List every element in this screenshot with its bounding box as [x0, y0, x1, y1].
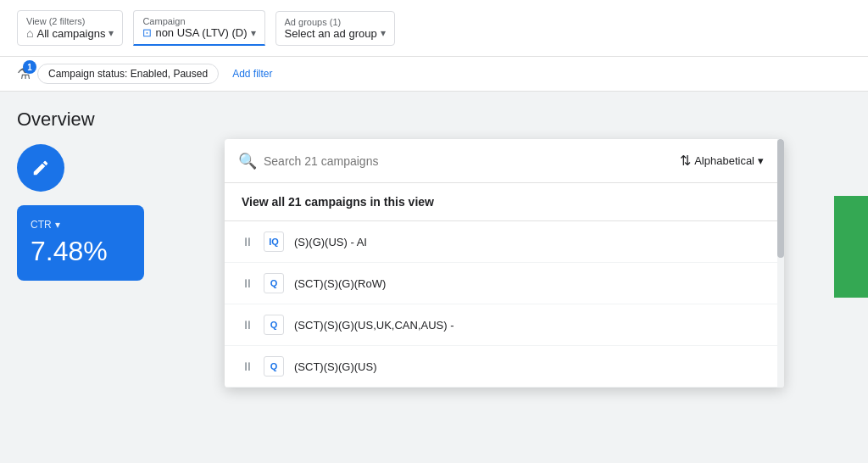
view-dropdown[interactable]: View (2 filters) ⌂ All campaigns ▾ — [17, 10, 123, 46]
adgroups-value: Select an ad group ▾ — [285, 27, 386, 40]
sort-button[interactable]: ⇅ Alphabetical ▾ — [673, 149, 771, 172]
campaign-type-icon: IQ — [264, 232, 284, 252]
filter-badge: 1 — [23, 60, 36, 74]
search-input[interactable] — [264, 154, 666, 168]
chevron-down-icon-3: ▾ — [381, 27, 386, 39]
list-item[interactable]: ⏸ Q (SCT)(S)(G)(RoW) — [225, 263, 784, 304]
list-item[interactable]: ⏸ Q (SCT)(S)(G)(US,UK,CAN,AUS) - — [225, 304, 784, 346]
campaign-type-icon: Q — [264, 315, 284, 335]
campaign-list: ⏸ IQ (S)(G)(US) - AI ⏸ Q (SCT)(S)(G)(RoW… — [225, 221, 784, 388]
view-all-label: View all 21 campaigns in this view — [242, 195, 434, 209]
pause-icon: ⏸ — [242, 360, 253, 373]
add-filter-button[interactable]: Add filter — [225, 64, 279, 83]
chevron-down-icon-sort: ▾ — [758, 154, 764, 167]
sort-label: Alphabetical — [694, 154, 754, 167]
dropdown-search-bar: 🔍 ⇅ Alphabetical ▾ — [225, 139, 784, 183]
view-value: ⌂ All campaigns ▾ — [26, 26, 114, 40]
pause-icon: ⏸ — [242, 235, 253, 248]
top-bar: View (2 filters) ⌂ All campaigns ▾ Campa… — [0, 0, 868, 57]
filter-chip-label: Campaign status: Enabled, Paused — [48, 68, 208, 80]
campaign-label: Campaign — [142, 16, 255, 26]
campaign-value: ⊡ non USA (LTV) (D) ▾ — [142, 26, 255, 39]
overview-title: Overview — [17, 109, 203, 131]
view-label: View (2 filters) — [26, 16, 114, 26]
campaign-dropdown-panel: 🔍 ⇅ Alphabetical ▾ View all 21 campaigns… — [225, 139, 784, 388]
campaign-name: (S)(G)(US) - AI — [294, 236, 367, 248]
pause-icon: ⏸ — [242, 276, 253, 290]
campaign-name: (SCT)(S)(G)(US,UK,CAN,AUS) - — [294, 319, 454, 332]
home-icon: ⌂ — [26, 26, 33, 40]
campaign-type-icon: Q — [264, 356, 284, 377]
adgroups-label: Ad groups (1) — [285, 17, 386, 27]
search-type-icon: ⊡ — [142, 26, 152, 39]
pause-icon: ⏸ — [242, 318, 253, 332]
filter-bar: ⚗ 1 Campaign status: Enabled, Paused Add… — [0, 57, 868, 92]
chevron-down-icon: ▾ — [108, 27, 114, 39]
chevron-down-icon-ctr: ▾ — [55, 219, 60, 231]
campaign-name: (SCT)(S)(G)(US) — [294, 360, 376, 373]
ctr-card: CTR ▾ 7.48% — [17, 205, 144, 281]
filter-chip[interactable]: Campaign status: Enabled, Paused — [37, 64, 219, 84]
green-bar-chart — [834, 196, 868, 298]
pencil-icon — [31, 159, 50, 177]
sort-icon: ⇅ — [680, 153, 691, 169]
chevron-down-icon-2: ▾ — [251, 27, 256, 39]
ctr-value: 7.48% — [31, 236, 131, 267]
list-item[interactable]: ⏸ Q (SCT)(S)(G)(US) — [225, 346, 784, 388]
ctr-label: CTR ▾ — [31, 219, 131, 231]
search-left: 🔍 — [238, 152, 666, 170]
campaign-name: (SCT)(S)(G)(RoW) — [294, 277, 386, 290]
adgroups-dropdown[interactable]: Ad groups (1) Select an ad group ▾ — [275, 11, 395, 46]
filter-icon-wrap[interactable]: ⚗ 1 — [17, 64, 31, 83]
view-all-row[interactable]: View all 21 campaigns in this view — [225, 183, 784, 221]
campaign-dropdown[interactable]: Campaign ⊡ non USA (LTV) (D) ▾ — [133, 10, 264, 46]
scrollbar-track[interactable] — [777, 139, 784, 388]
scrollbar-thumb — [777, 139, 784, 258]
list-item[interactable]: ⏸ IQ (S)(G)(US) - AI — [225, 221, 784, 263]
main-area: Overview CTR ▾ 7.48% 🔍 ⇅ Alphabetical — [0, 92, 868, 298]
search-icon: 🔍 — [238, 152, 257, 170]
left-panel: Overview CTR ▾ 7.48% — [17, 109, 203, 281]
campaign-type-icon: Q — [264, 273, 284, 293]
edit-button[interactable] — [17, 144, 64, 192]
